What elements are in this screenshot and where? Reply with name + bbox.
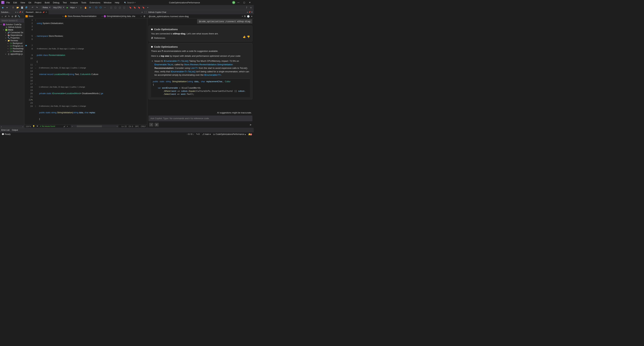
notifications[interactable]: 1 (248, 133, 252, 136)
feedback-icon[interactable]: ☺ (249, 6, 253, 9)
expander-icon[interactable]: ▾ (1, 24, 2, 25)
collapse-icon[interactable]: ⊟ (11, 15, 14, 17)
browser-icon[interactable]: 🖵 (94, 6, 98, 9)
tb-icon[interactable]: ⬚ (114, 6, 117, 9)
expander-icon[interactable]: ▸ (8, 42, 10, 44)
rec-link[interactable]: IEnumerable<T>.ToList() (170, 70, 196, 73)
tree-file-background[interactable]: ▸C#Backgroud (0, 42, 24, 45)
start-nodebug-icon[interactable]: ▷ (80, 6, 83, 9)
close-icon[interactable]: ✕ (22, 11, 23, 13)
expander-icon[interactable]: ▸ (8, 50, 10, 52)
breadcrumb-project[interactable]: 🟧Store (25, 15, 64, 17)
code-editor[interactable]: ⬒ 1234 56 78 910 1112131415161718192021 … (24, 18, 147, 124)
config-select[interactable]: Relea (42, 6, 51, 9)
chevron-down-icon[interactable]: ▾ (67, 125, 68, 127)
tb-icon[interactable]: ⬚ (110, 6, 113, 9)
tab-output[interactable]: Output (12, 129, 18, 131)
chevron-down-icon[interactable]: ▾ (15, 11, 16, 13)
tree-solution[interactable]: ▾🟪Solution 'CodeOp (0, 23, 24, 26)
git-branch[interactable]: main ▾ (202, 133, 211, 135)
thumbs-down-icon[interactable]: 👎 (247, 35, 250, 38)
eol-indicator[interactable]: CRLF (141, 125, 146, 127)
minimize-button[interactable]: — (236, 1, 241, 4)
tree-project-store[interactable]: ▾🟩Store (0, 28, 24, 31)
menu-window[interactable]: Window (102, 1, 113, 4)
issue-link[interactable]: IEnumerable<T>.ToList() (164, 60, 189, 62)
user-avatar[interactable]: JD (232, 1, 235, 4)
health-icon[interactable]: ❤ (36, 125, 38, 127)
expander-icon[interactable]: ▸ (5, 37, 7, 39)
refresh-icon[interactable]: ⟳ (88, 6, 92, 9)
nav-back-icon[interactable]: ◉ (1, 6, 4, 9)
editor-hscroll[interactable]: ◂▸ (71, 125, 118, 127)
tree-file-reviewhelp[interactable]: ▸C#ReviewHelp (0, 47, 24, 50)
menu-help[interactable]: Help (114, 1, 121, 4)
maximize-editor-icon[interactable]: ⛶ (144, 10, 147, 13)
solution-hscroll[interactable]: ◂▸ (0, 125, 24, 128)
chat-body[interactable]: Code Optimizations You are connected to … (147, 24, 254, 111)
bookmark-prev-icon[interactable]: 🔖 (133, 6, 136, 9)
history-icon[interactable]: 🕓 (247, 15, 250, 18)
switch-view-icon[interactable]: ⇄ (4, 15, 7, 17)
breadcrumb-class[interactable]: 🔶Store.Reviews.ReviewValidation (64, 15, 102, 17)
close-button[interactable]: ✕ (247, 1, 252, 4)
code-content[interactable]: using System.Globalization; namespace St… (37, 18, 147, 124)
rec-link[interactable]: IEnumerable<T> (204, 74, 221, 76)
expander-icon[interactable]: ▸ (5, 34, 7, 36)
expander-icon[interactable]: ▸ (8, 48, 10, 49)
tb-icon[interactable]: ⬚ (122, 6, 126, 9)
menu-build[interactable]: Build (43, 1, 51, 4)
tree-file-reviewvali[interactable]: ▸C#ReviewVali (0, 50, 24, 53)
overflow-icon[interactable]: ▾ (146, 6, 150, 9)
open-file-icon[interactable]: 📂 (16, 6, 19, 9)
expander-icon[interactable]: ▾ (5, 40, 7, 41)
slash-button[interactable]: / (149, 123, 153, 126)
expander-icon[interactable]: ▸ (5, 53, 7, 55)
undo-icon[interactable]: ↶ (31, 6, 34, 9)
no-issues-indicator[interactable]: No issues found (40, 125, 55, 127)
codelens[interactable]: 4 references | Jan Kalis, 22 days ago | … (37, 47, 147, 50)
editor-tab[interactable]: ReviewV…tion.cs 📌 ✕ (24, 10, 48, 14)
properties-icon[interactable]: 🔧 (18, 15, 20, 17)
browser-link-icon[interactable]: 🖵 (99, 6, 102, 9)
pin-icon[interactable]: 📌 (19, 11, 21, 13)
solution-search-input[interactable] (0, 19, 24, 22)
codelens[interactable]: 3 references | Jan Kalis, 22 days ago | … (37, 66, 147, 69)
save-all-icon[interactable]: 🗐 (25, 6, 28, 9)
pin-icon[interactable]: 📌 (248, 11, 250, 13)
menu-analyze[interactable]: Analyze (69, 1, 79, 4)
tree-dependencies[interactable]: ▸📚Dependencie (0, 34, 24, 36)
git-sync[interactable]: ↑ 0 / 0 ↓ (187, 133, 194, 135)
tree-connected-services[interactable]: ▸🔗Connected Se (0, 31, 24, 34)
close-icon[interactable]: ✕ (251, 11, 253, 13)
copilot-input[interactable]: Ask Copilot: Type / for commands and # t… (148, 116, 252, 121)
tree-folder-reviews[interactable]: ▾📁Reviews (0, 39, 24, 42)
hash-button[interactable]: # (154, 123, 159, 126)
menu-extensions[interactable]: Extensions (88, 1, 102, 4)
title-search[interactable]: Search ▾ (123, 1, 137, 4)
sync-icon[interactable]: ↻ (8, 15, 10, 17)
rec-link[interactable]: List<T> (190, 67, 198, 69)
chevron-down-icon[interactable]: ▾ (247, 11, 248, 13)
split-editor-icon[interactable]: ⊞ (143, 14, 146, 18)
expander-icon[interactable]: ▸ (5, 32, 7, 33)
show-all-icon[interactable]: 🗐 (14, 15, 17, 17)
lightbulb-icon[interactable]: 💡 (32, 125, 35, 127)
redo-icon[interactable]: ↷ (35, 6, 38, 9)
menu-debug[interactable]: Debug (52, 1, 60, 4)
chevron-down-icon[interactable]: ▾ (76, 7, 77, 8)
codelens[interactable]: 1 reference | Jan Kalis, 22 days ago | 1… (37, 85, 147, 89)
tb-icon[interactable]: ⬚ (118, 6, 122, 9)
project-indicator[interactable]: 🗂 CodeOptimizationsPerformance ▴ (213, 133, 246, 135)
issue-link[interactable]: Enumerable.ToList (154, 63, 173, 66)
bookmark-next-icon[interactable]: 🔖 (138, 6, 141, 9)
chevron-down-icon[interactable]: ▾ (242, 15, 243, 17)
tb-more-icon[interactable]: ⋯ (103, 6, 106, 9)
menu-git[interactable]: Git (27, 1, 32, 4)
zoom-level[interactable]: 119 % (26, 125, 31, 127)
menu-view[interactable]: View (19, 1, 26, 4)
references-toggle[interactable]: References (151, 37, 243, 39)
share-icon[interactable]: ⤴ (245, 6, 248, 9)
menu-test[interactable]: Test (62, 1, 68, 4)
menu-file[interactable]: File (5, 1, 11, 4)
